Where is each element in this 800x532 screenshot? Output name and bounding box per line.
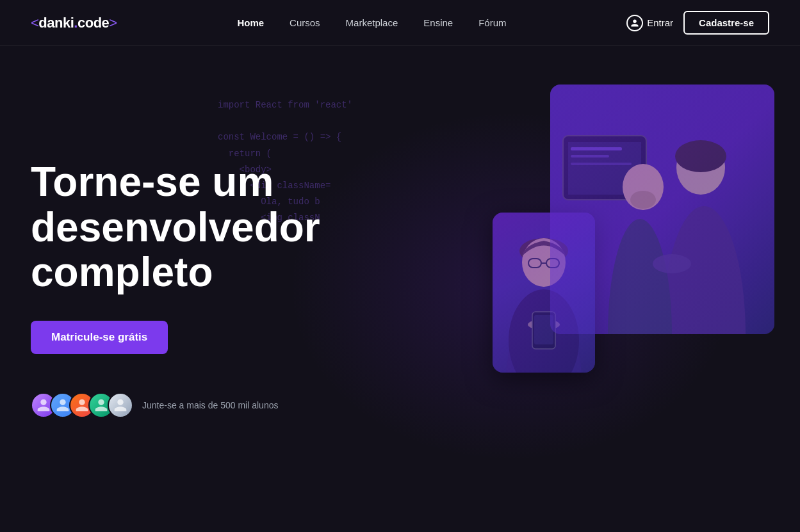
avatars (31, 392, 133, 418)
avatar-icon-5 (111, 396, 129, 414)
nav-item-home[interactable]: Home (237, 17, 264, 29)
logo-bracket-open: < (31, 15, 38, 31)
nav-links: Home Cursos Marketplace Ensine Fórum (237, 17, 506, 29)
nav-link-cursos[interactable]: Cursos (290, 17, 320, 28)
user-icon (626, 15, 643, 31)
nav-link-home[interactable]: Home (237, 17, 264, 28)
nav-item-ensine[interactable]: Ensine (423, 17, 453, 29)
hero-left: Torne-se um desenvolvedor completo Matri… (31, 159, 320, 417)
user-icon-svg (630, 19, 639, 28)
logo-name: danki (38, 15, 74, 31)
navbar: <danki.code> Home Cursos Marketplace Ens… (0, 0, 800, 46)
nav-item-cursos[interactable]: Cursos (290, 17, 320, 29)
small-image-content (493, 213, 595, 373)
hero-title-line1: Torne-se um (31, 159, 273, 205)
nav-link-ensine[interactable]: Ensine (423, 17, 453, 28)
hero-title: Torne-se um desenvolvedor completo (31, 159, 320, 294)
hero-title-line3: completo (31, 249, 213, 295)
hero-title-line2: desenvolvedor (31, 204, 320, 250)
social-proof-text: Junte-se a mais de 500 mil alunos (142, 400, 278, 410)
logo-bracket-close: > (109, 15, 117, 31)
nav-actions: Entrar Cadastre-se (626, 11, 769, 35)
logo-name2: code (78, 15, 109, 31)
hero-right (403, 85, 800, 469)
nav-item-marketplace[interactable]: Marketplace (346, 17, 398, 29)
hero-section: import React from 'react' const Welcome … (0, 46, 800, 531)
nav-link-forum[interactable]: Fórum (478, 17, 506, 28)
social-proof: Junte-se a mais de 500 mil alunos (31, 392, 320, 418)
entrar-label: Entrar (647, 17, 673, 28)
cadastre-button[interactable]: Cadastre-se (683, 11, 769, 35)
small-image-purple-overlay (493, 213, 595, 373)
nav-item-forum[interactable]: Fórum (478, 17, 506, 29)
hero-gradient-bottom (0, 455, 800, 531)
logo: <danki.code> (31, 15, 117, 31)
matricule-button[interactable]: Matricule-se grátis (31, 321, 168, 354)
nav-link-marketplace[interactable]: Marketplace (346, 17, 398, 28)
hero-image-small (493, 213, 595, 373)
entrar-button[interactable]: Entrar (626, 15, 673, 31)
avatar-5 (108, 392, 133, 418)
